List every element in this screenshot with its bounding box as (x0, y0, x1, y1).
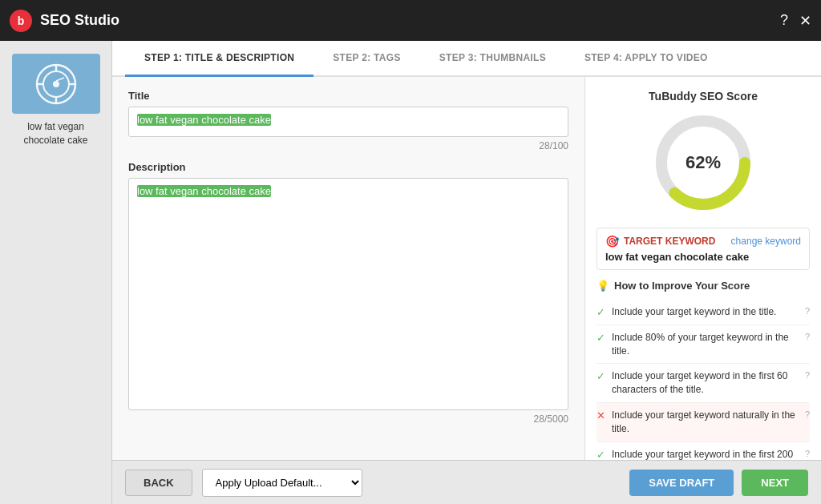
check-icon-2: ✓ (597, 370, 605, 382)
description-input[interactable]: low fat vegan chocolate cake (128, 178, 568, 410)
panels: Title low fat vegan chocolate cake 28/10… (112, 77, 821, 460)
main-container: low fat vegan chocolate cake STEP 1: TIT… (0, 41, 821, 504)
title-bar-actions: ? ✕ (780, 12, 811, 30)
improve-text-3: Include your target keyword naturally in… (612, 409, 799, 436)
footer-right-actions: SAVE DRAFT NEXT (629, 470, 808, 496)
improve-item-2: ✓ Include your target keyword in the fir… (597, 364, 810, 403)
improve-text-4: Include your target keyword in the first… (612, 448, 799, 460)
check-icon-1: ✓ (597, 332, 605, 344)
help-icon-2[interactable]: ? (805, 370, 810, 380)
title-char-count: 28/100 (128, 140, 568, 151)
description-char-count: 28/5000 (128, 413, 568, 425)
close-button[interactable]: ✕ (799, 12, 811, 30)
help-icon-4[interactable]: ? (805, 449, 810, 458)
target-keyword-value: low fat vegan chocolate cake (605, 251, 801, 263)
improve-item-4: ✓ Include your target keyword in the fir… (597, 442, 810, 460)
app-logo: b (10, 10, 32, 32)
change-keyword-link[interactable]: change keyword (731, 236, 801, 247)
improve-item-1: ✓ Include 80% of your target keyword in … (597, 325, 810, 365)
help-icon-0[interactable]: ? (805, 306, 810, 316)
score-value: 62% (686, 152, 721, 173)
target-icon: 🎯 (605, 235, 619, 248)
video-label: low fat vegan chocolate cake (6, 120, 105, 147)
title-label: Title (128, 90, 568, 102)
bulb-icon: 💡 (597, 280, 609, 292)
cross-icon-3: ✕ (597, 409, 605, 421)
description-highlighted-text: low fat vegan chocolate cake (137, 185, 271, 197)
check-icon-4: ✓ (597, 449, 605, 460)
back-button[interactable]: BACK (125, 470, 192, 496)
score-donut: 62% (597, 111, 810, 215)
thumbnail-icon (34, 62, 79, 107)
form-panel: Title low fat vegan chocolate cake 28/10… (112, 77, 584, 460)
target-keyword-label: 🎯 TARGET KEYWORD (605, 235, 715, 248)
svg-line-7 (56, 78, 64, 81)
description-label: Description (128, 161, 568, 173)
sidebar: low fat vegan chocolate cake (0, 41, 112, 504)
tab-step1[interactable]: STEP 1: TITLE & DESCRIPTION (125, 41, 313, 77)
help-icon-1[interactable]: ? (805, 332, 810, 341)
improve-item-3: ✕ Include your target keyword naturally … (597, 403, 810, 442)
improve-list: ✓ Include your target keyword in the tit… (597, 300, 810, 460)
help-button[interactable]: ? (780, 12, 788, 29)
footer: BACK Apply Upload Default... SAVE DRAFT … (112, 460, 821, 504)
target-keyword-section: 🎯 TARGET KEYWORD change keyword low fat … (597, 228, 810, 270)
score-panel: TuBuddy SEO Score 62% 🎯 (584, 77, 821, 460)
content-area: STEP 1: TITLE & DESCRIPTION STEP 2: TAGS… (112, 41, 821, 504)
tab-step3[interactable]: STEP 3: THUMBNAILS (420, 41, 565, 77)
check-icon-0: ✓ (597, 306, 605, 318)
improve-text-2: Include your target keyword in the first… (612, 369, 799, 397)
upload-default-dropdown[interactable]: Apply Upload Default... (202, 469, 362, 497)
improve-section-title: 💡 How to Improve Your Score (597, 280, 810, 292)
score-panel-title: TuBuddy SEO Score (597, 90, 810, 103)
next-button[interactable]: NEXT (742, 470, 808, 496)
improve-text-0: Include your target keyword in the title… (612, 305, 799, 319)
title-highlighted-text: low fat vegan chocolate cake (137, 114, 271, 126)
video-thumbnail (12, 54, 100, 114)
steps-navigation: STEP 1: TITLE & DESCRIPTION STEP 2: TAGS… (112, 41, 821, 77)
improve-item-0: ✓ Include your target keyword in the tit… (597, 300, 810, 325)
help-icon-3[interactable]: ? (805, 409, 810, 419)
svg-point-6 (53, 81, 59, 87)
tab-step4[interactable]: STEP 4: APPLY TO VIDEO (565, 41, 727, 77)
tab-step2[interactable]: STEP 2: TAGS (313, 41, 420, 77)
title-bar: b SEO Studio ? ✕ (0, 0, 821, 41)
app-title: SEO Studio (40, 12, 780, 29)
save-draft-button[interactable]: SAVE DRAFT (629, 470, 734, 496)
improve-text-1: Include 80% of your target keyword in th… (612, 331, 799, 358)
title-input[interactable]: low fat vegan chocolate cake (128, 107, 568, 137)
